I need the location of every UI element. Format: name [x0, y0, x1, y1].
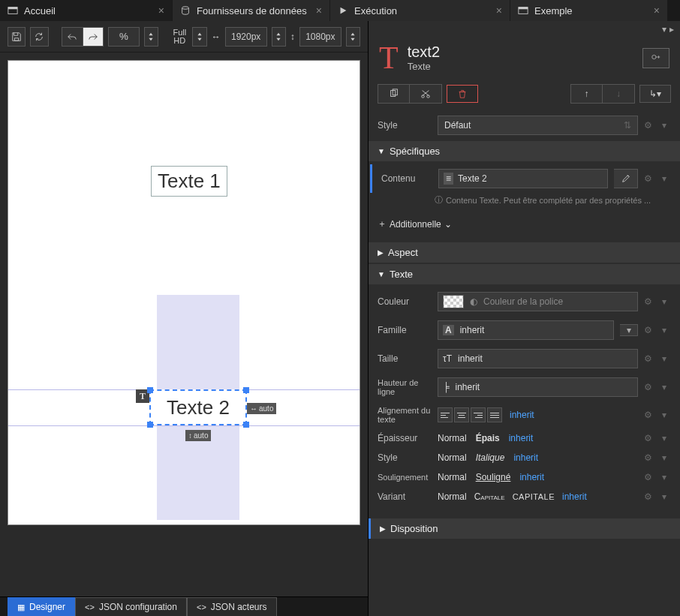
svg-point-5	[652, 55, 656, 59]
chevron-down-icon[interactable]: ▾	[662, 410, 671, 420]
close-icon[interactable]: ×	[496, 5, 502, 17]
underline-inherit[interactable]: inherit	[519, 472, 544, 482]
chevron-down-icon[interactable]: ▾	[662, 491, 671, 502]
canvas-height-input[interactable]	[299, 27, 342, 47]
actor-type: Texte	[408, 61, 440, 72]
gear-icon[interactable]: ⚙	[644, 491, 656, 502]
gear-icon[interactable]: ⚙	[644, 382, 656, 392]
section-text[interactable]: ▼ Texte	[369, 264, 680, 284]
guide-horizontal	[8, 425, 360, 426]
style-italic[interactable]: Italique	[476, 452, 505, 463]
align-justify-button[interactable]	[487, 407, 502, 422]
add-additional-button[interactable]: ＋ Additionnelle ⌄	[369, 210, 680, 238]
tab-designer[interactable]: ▦ Designer	[8, 597, 75, 616]
text-actor-2-selected[interactable]: Texte 2	[149, 389, 247, 425]
chevron-down-icon[interactable]: ▾	[662, 24, 666, 35]
style-normal[interactable]: Normal	[438, 452, 467, 463]
move-down-button[interactable]: ↓	[603, 85, 634, 103]
gear-icon[interactable]: ⚙	[644, 296, 656, 307]
resolution-stepper[interactable]	[192, 27, 206, 47]
tab-example[interactable]: Exemple ×	[510, 0, 668, 21]
database-icon	[180, 5, 191, 16]
chevron-down-icon[interactable]: ▾	[662, 382, 671, 392]
tab-execution[interactable]: Exécution ×	[330, 0, 510, 21]
weight-normal[interactable]: Normal	[438, 433, 467, 443]
chevron-down-icon[interactable]: ▾	[662, 120, 671, 131]
redo-button[interactable]	[83, 27, 104, 47]
section-specifics[interactable]: ▼ Spécifiques	[369, 141, 680, 161]
delete-button[interactable]	[447, 85, 478, 103]
chevron-down-icon[interactable]: ▾	[662, 353, 671, 364]
tab-home[interactable]: Accueil ×	[0, 0, 173, 21]
copy-button[interactable]	[378, 85, 410, 103]
chevron-down-icon[interactable]: ▾	[662, 472, 671, 482]
gear-icon[interactable]: ⚙	[644, 410, 656, 420]
align-label: Alignement du texte	[378, 406, 432, 424]
content-field[interactable]: ≡ Texte 2	[438, 169, 608, 188]
save-button[interactable]	[8, 27, 26, 47]
undo-button[interactable]	[62, 27, 83, 47]
zoom-stepper[interactable]	[144, 27, 158, 47]
section-aspect[interactable]: ▶ Aspect	[369, 242, 680, 263]
tab-datasources[interactable]: Fournisseurs de données ×	[173, 0, 330, 21]
chevron-right-icon[interactable]: ▸	[669, 24, 674, 35]
canvas-viewport[interactable]: Texte 1 T Texte 2 ↔auto ↕auto	[0, 53, 368, 596]
key-button[interactable]	[642, 48, 669, 68]
align-left-button[interactable]	[438, 407, 453, 422]
chevron-down-icon[interactable]: ▾	[662, 325, 671, 335]
align-center-button[interactable]	[454, 407, 469, 422]
weight-inherit[interactable]: inherit	[509, 433, 534, 443]
family-field[interactable]: A inherit	[438, 320, 614, 340]
family-dropdown[interactable]: ▾	[620, 324, 638, 336]
variant-inherit[interactable]: inherit	[562, 491, 587, 502]
style-select[interactable]: Défaut ⇅	[438, 116, 638, 135]
align-right-button[interactable]	[471, 407, 486, 422]
play-icon	[338, 5, 348, 16]
align-inherit[interactable]: inherit	[510, 410, 534, 420]
chevron-down-icon[interactable]: ▾	[662, 433, 671, 443]
tab-json-config[interactable]: <> JSON configuration	[75, 597, 187, 616]
close-icon[interactable]: ×	[654, 5, 660, 17]
width-stepper[interactable]	[272, 27, 286, 47]
color-field[interactable]: ◐ Couleur de la police	[438, 292, 638, 311]
section-layout[interactable]: ▶ Disposition	[369, 518, 680, 539]
gear-icon[interactable]: ⚙	[644, 173, 656, 184]
style-inherit[interactable]: inherit	[513, 452, 538, 463]
weight-bold[interactable]: Épais	[476, 433, 500, 443]
zoom-percent-input[interactable]	[108, 27, 140, 47]
gear-icon[interactable]: ⚙	[644, 353, 656, 364]
gear-icon[interactable]: ⚙	[644, 325, 656, 335]
text-actor-1[interactable]: Texte 1	[151, 166, 227, 197]
canvas[interactable]: Texte 1 T Texte 2 ↔auto ↕auto	[8, 60, 360, 525]
underline-on[interactable]: Souligné	[476, 472, 511, 482]
width-icon: ↔	[212, 32, 221, 42]
lineheight-field[interactable]: ╞ inherit	[438, 377, 638, 397]
canvas-width-input[interactable]	[225, 27, 267, 47]
move-up-button[interactable]: ↑	[571, 85, 603, 103]
inspector-panel: ▾ ▸ T text2 Texte	[368, 21, 680, 616]
lineheight-row: Hauteur de ligne ╞ inherit ⚙ ▾	[369, 373, 680, 401]
gear-icon[interactable]: ⚙	[644, 120, 656, 131]
gear-icon[interactable]: ⚙	[644, 433, 656, 443]
underline-normal[interactable]: Normal	[438, 472, 467, 482]
chevron-down-icon[interactable]: ▾	[662, 452, 671, 463]
edit-button[interactable]	[614, 169, 638, 188]
resolution-label: Full HD	[171, 29, 188, 45]
height-stepper[interactable]	[346, 27, 360, 47]
close-icon[interactable]: ×	[158, 5, 164, 17]
cut-button[interactable]	[410, 85, 441, 103]
variant-smallcaps[interactable]: Capitale	[474, 491, 505, 502]
tab-json-actors[interactable]: <> JSON acteurs	[187, 597, 277, 616]
variant-uppercase[interactable]: capitale	[513, 492, 555, 501]
more-actions-button[interactable]: ↳▾	[639, 85, 671, 103]
chevron-down-icon[interactable]: ▾	[662, 296, 671, 307]
gear-icon[interactable]: ⚙	[644, 472, 656, 482]
style-row: Style Défaut ⇅ ⚙ ▾	[369, 111, 680, 140]
variant-normal[interactable]: Normal	[438, 491, 467, 502]
chevron-down-icon[interactable]: ▾	[662, 173, 671, 184]
size-field[interactable]: τT inherit	[438, 349, 638, 368]
gear-icon[interactable]: ⚙	[644, 452, 656, 463]
section-title: Aspect	[388, 247, 418, 258]
refresh-button[interactable]	[30, 27, 48, 47]
close-icon[interactable]: ×	[316, 5, 322, 17]
